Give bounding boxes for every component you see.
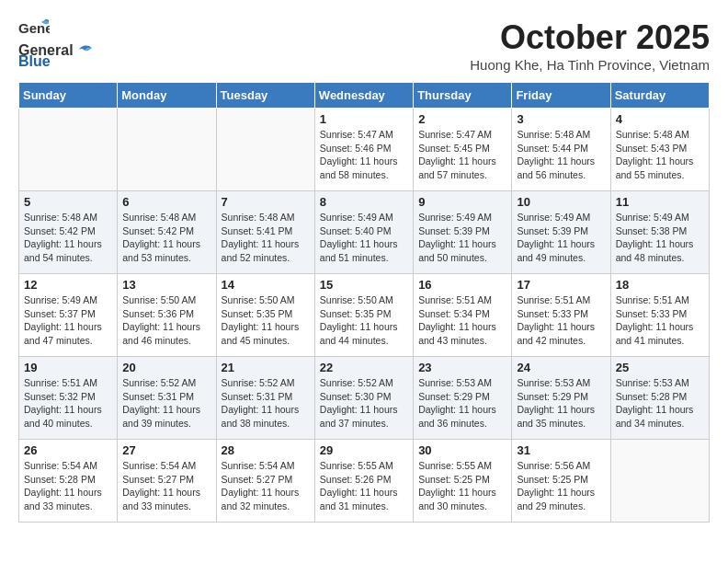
day-info: Sunrise: 5:52 AM Sunset: 5:30 PM Dayligh… xyxy=(320,376,408,431)
logo-bird-icon xyxy=(75,42,96,59)
day-number: 21 xyxy=(222,361,310,374)
title-section: October 2025 Huong Khe, Ha Tinh Province… xyxy=(470,18,710,73)
day-info: Sunrise: 5:48 AM Sunset: 5:43 PM Dayligh… xyxy=(616,128,704,182)
calendar-day-cell: 30Sunrise: 5:55 AM Sunset: 5:25 PM Dayli… xyxy=(414,440,512,523)
day-info: Sunrise: 5:50 AM Sunset: 5:36 PM Dayligh… xyxy=(122,293,210,348)
calendar-day-cell: 6Sunrise: 5:48 AM Sunset: 5:42 PM Daylig… xyxy=(118,191,216,274)
day-info: Sunrise: 5:54 AM Sunset: 5:27 PM Dayligh… xyxy=(222,459,310,513)
day-number: 4 xyxy=(616,112,704,126)
calendar-day-cell xyxy=(216,109,314,191)
day-number: 25 xyxy=(616,361,704,374)
calendar-day-cell: 24Sunrise: 5:53 AM Sunset: 5:29 PM Dayli… xyxy=(512,357,610,440)
calendar-day-cell: 14Sunrise: 5:50 AM Sunset: 5:35 PM Dayli… xyxy=(216,274,314,357)
day-number: 15 xyxy=(320,278,408,292)
day-info: Sunrise: 5:50 AM Sunset: 5:35 PM Dayligh… xyxy=(222,293,310,348)
calendar-week-row: 19Sunrise: 5:51 AM Sunset: 5:32 PM Dayli… xyxy=(19,357,710,440)
day-info: Sunrise: 5:48 AM Sunset: 5:42 PM Dayligh… xyxy=(122,211,210,265)
logo-blue: Blue xyxy=(18,53,51,70)
day-info: Sunrise: 5:49 AM Sunset: 5:39 PM Dayligh… xyxy=(418,211,506,265)
weekday-header-saturday: Saturday xyxy=(610,83,709,109)
calendar-day-cell: 19Sunrise: 5:51 AM Sunset: 5:32 PM Dayli… xyxy=(19,357,118,440)
calendar-day-cell: 7Sunrise: 5:48 AM Sunset: 5:41 PM Daylig… xyxy=(216,191,314,274)
day-info: Sunrise: 5:51 AM Sunset: 5:32 PM Dayligh… xyxy=(24,376,112,431)
day-info: Sunrise: 5:51 AM Sunset: 5:34 PM Dayligh… xyxy=(418,293,506,348)
day-number: 24 xyxy=(517,361,605,374)
weekday-header-monday: Monday xyxy=(118,83,216,109)
day-info: Sunrise: 5:49 AM Sunset: 5:39 PM Dayligh… xyxy=(517,211,605,265)
day-info: Sunrise: 5:49 AM Sunset: 5:40 PM Dayligh… xyxy=(320,211,408,265)
day-number: 19 xyxy=(24,361,112,374)
day-number: 30 xyxy=(418,443,506,457)
calendar-week-row: 5Sunrise: 5:48 AM Sunset: 5:42 PM Daylig… xyxy=(19,191,710,274)
day-info: Sunrise: 5:52 AM Sunset: 5:31 PM Dayligh… xyxy=(122,376,210,431)
calendar-day-cell: 9Sunrise: 5:49 AM Sunset: 5:39 PM Daylig… xyxy=(414,191,512,274)
calendar-day-cell: 25Sunrise: 5:53 AM Sunset: 5:28 PM Dayli… xyxy=(610,357,709,440)
calendar-week-row: 26Sunrise: 5:54 AM Sunset: 5:28 PM Dayli… xyxy=(19,440,710,523)
calendar-day-cell xyxy=(610,440,709,523)
day-info: Sunrise: 5:50 AM Sunset: 5:35 PM Dayligh… xyxy=(320,293,408,348)
logo: General General Blue xyxy=(18,18,96,70)
day-number: 18 xyxy=(616,278,704,292)
day-info: Sunrise: 5:47 AM Sunset: 5:46 PM Dayligh… xyxy=(320,128,408,182)
calendar-day-cell: 1Sunrise: 5:47 AM Sunset: 5:46 PM Daylig… xyxy=(314,109,413,191)
day-number: 9 xyxy=(418,195,506,209)
day-number: 22 xyxy=(320,361,408,374)
calendar-week-row: 12Sunrise: 5:49 AM Sunset: 5:37 PM Dayli… xyxy=(19,274,710,357)
calendar-day-cell: 22Sunrise: 5:52 AM Sunset: 5:30 PM Dayli… xyxy=(314,357,413,440)
calendar-day-cell: 18Sunrise: 5:51 AM Sunset: 5:33 PM Dayli… xyxy=(610,274,709,357)
calendar-table: SundayMondayTuesdayWednesdayThursdayFrid… xyxy=(18,82,710,523)
day-number: 2 xyxy=(418,112,506,126)
calendar-header-row: SundayMondayTuesdayWednesdayThursdayFrid… xyxy=(19,83,710,109)
month-title: October 2025 xyxy=(470,18,710,57)
day-number: 10 xyxy=(517,195,605,209)
day-info: Sunrise: 5:47 AM Sunset: 5:45 PM Dayligh… xyxy=(418,128,506,182)
calendar-day-cell: 17Sunrise: 5:51 AM Sunset: 5:33 PM Dayli… xyxy=(512,274,610,357)
weekday-header-tuesday: Tuesday xyxy=(216,83,314,109)
location: Huong Khe, Ha Tinh Province, Vietnam xyxy=(470,57,710,73)
day-info: Sunrise: 5:49 AM Sunset: 5:37 PM Dayligh… xyxy=(24,293,112,348)
day-number: 23 xyxy=(418,361,506,374)
calendar-day-cell: 2Sunrise: 5:47 AM Sunset: 5:45 PM Daylig… xyxy=(414,109,512,191)
day-info: Sunrise: 5:55 AM Sunset: 5:25 PM Dayligh… xyxy=(418,459,506,513)
day-info: Sunrise: 5:48 AM Sunset: 5:41 PM Dayligh… xyxy=(222,211,310,265)
calendar-week-row: 1Sunrise: 5:47 AM Sunset: 5:46 PM Daylig… xyxy=(19,109,710,191)
calendar-day-cell: 11Sunrise: 5:49 AM Sunset: 5:38 PM Dayli… xyxy=(610,191,709,274)
day-info: Sunrise: 5:51 AM Sunset: 5:33 PM Dayligh… xyxy=(616,293,704,348)
day-info: Sunrise: 5:56 AM Sunset: 5:25 PM Dayligh… xyxy=(517,459,605,513)
calendar-day-cell xyxy=(19,109,118,191)
day-number: 31 xyxy=(517,443,605,457)
day-number: 11 xyxy=(616,195,704,209)
calendar-day-cell: 12Sunrise: 5:49 AM Sunset: 5:37 PM Dayli… xyxy=(19,274,118,357)
calendar-day-cell: 16Sunrise: 5:51 AM Sunset: 5:34 PM Dayli… xyxy=(414,274,512,357)
calendar-day-cell: 28Sunrise: 5:54 AM Sunset: 5:27 PM Dayli… xyxy=(216,440,314,523)
day-number: 6 xyxy=(122,195,210,209)
day-info: Sunrise: 5:49 AM Sunset: 5:38 PM Dayligh… xyxy=(616,211,704,265)
day-info: Sunrise: 5:53 AM Sunset: 5:29 PM Dayligh… xyxy=(517,376,605,431)
day-info: Sunrise: 5:52 AM Sunset: 5:31 PM Dayligh… xyxy=(222,376,310,431)
calendar-day-cell: 4Sunrise: 5:48 AM Sunset: 5:43 PM Daylig… xyxy=(610,109,709,191)
calendar-day-cell: 15Sunrise: 5:50 AM Sunset: 5:35 PM Dayli… xyxy=(314,274,413,357)
calendar-day-cell xyxy=(118,109,216,191)
calendar-day-cell: 29Sunrise: 5:55 AM Sunset: 5:26 PM Dayli… xyxy=(314,440,413,523)
day-number: 5 xyxy=(24,195,112,209)
weekday-header-sunday: Sunday xyxy=(19,83,118,109)
calendar-day-cell: 31Sunrise: 5:56 AM Sunset: 5:25 PM Dayli… xyxy=(512,440,610,523)
calendar-day-cell: 27Sunrise: 5:54 AM Sunset: 5:27 PM Dayli… xyxy=(118,440,216,523)
calendar-day-cell: 5Sunrise: 5:48 AM Sunset: 5:42 PM Daylig… xyxy=(19,191,118,274)
day-number: 12 xyxy=(24,278,112,292)
day-info: Sunrise: 5:55 AM Sunset: 5:26 PM Dayligh… xyxy=(320,459,408,513)
calendar-day-cell: 10Sunrise: 5:49 AM Sunset: 5:39 PM Dayli… xyxy=(512,191,610,274)
calendar-day-cell: 3Sunrise: 5:48 AM Sunset: 5:44 PM Daylig… xyxy=(512,109,610,191)
day-number: 17 xyxy=(517,278,605,292)
calendar-day-cell: 23Sunrise: 5:53 AM Sunset: 5:29 PM Dayli… xyxy=(414,357,512,440)
weekday-header-friday: Friday xyxy=(512,83,610,109)
day-number: 29 xyxy=(320,443,408,457)
day-number: 1 xyxy=(320,112,408,126)
day-info: Sunrise: 5:54 AM Sunset: 5:27 PM Dayligh… xyxy=(122,459,210,513)
day-info: Sunrise: 5:53 AM Sunset: 5:28 PM Dayligh… xyxy=(616,376,704,431)
day-info: Sunrise: 5:48 AM Sunset: 5:42 PM Dayligh… xyxy=(24,211,112,265)
day-number: 28 xyxy=(222,443,310,457)
day-number: 8 xyxy=(320,195,408,209)
calendar-day-cell: 13Sunrise: 5:50 AM Sunset: 5:36 PM Dayli… xyxy=(118,274,216,357)
day-number: 16 xyxy=(418,278,506,292)
